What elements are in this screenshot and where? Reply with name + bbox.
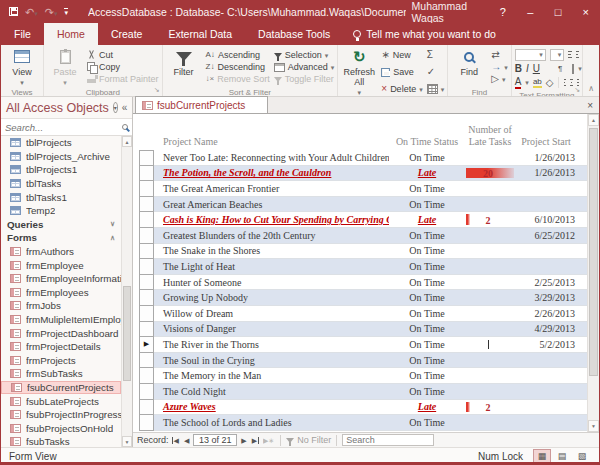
gridlines-icon[interactable] <box>572 64 574 74</box>
cell-on-time-status[interactable]: On Time <box>389 152 465 163</box>
previous-record-button[interactable]: ◀ <box>183 437 190 444</box>
cell-on-time-status[interactable]: On Time <box>389 370 465 381</box>
cell-project-start[interactable]: 5/2/2013 <box>515 339 577 350</box>
nav-item-form[interactable]: frmProjectDetails <box>1 340 121 354</box>
bullets-icon[interactable] <box>568 51 571 58</box>
align-center-icon[interactable] <box>570 79 572 86</box>
scroll-thumb[interactable] <box>589 128 598 376</box>
font-size-combo[interactable]: ▾ <box>550 49 564 61</box>
cell-project-name[interactable]: The Great American Frontier <box>161 183 389 194</box>
new-record-button[interactable]: ∗New <box>381 49 422 61</box>
close-document-button[interactable]: × <box>581 100 599 113</box>
cell-on-time-status[interactable]: On Time <box>389 183 465 194</box>
row-selector[interactable]: ▶ <box>139 337 154 353</box>
remove-sort-button[interactable]: ↓×Remove Sort <box>206 73 270 85</box>
cell-late-tasks[interactable] <box>465 353 515 368</box>
toggle-filter-button[interactable]: Toggle Filter <box>274 73 335 85</box>
cell-late-tasks[interactable] <box>465 368 515 383</box>
cell-late-tasks[interactable] <box>465 306 515 321</box>
cell-late-tasks[interactable]: 2 <box>465 400 515 415</box>
column-header-project-name[interactable]: Project Name <box>161 136 389 147</box>
cut-button[interactable]: Cut <box>87 49 159 61</box>
user-name[interactable]: Muhammad Waqas <box>412 0 481 24</box>
cell-late-tasks[interactable] <box>465 415 515 430</box>
cell-late-tasks[interactable] <box>465 244 515 259</box>
maximize-button[interactable]: □ <box>553 7 564 18</box>
row-selector[interactable]: ▶ <box>139 415 154 431</box>
row-selector[interactable]: ▶ <box>139 150 154 166</box>
italic-button[interactable]: I <box>526 63 529 74</box>
ribbon-tab[interactable]: External Data <box>155 23 245 45</box>
cell-late-tasks[interactable] <box>465 197 515 212</box>
cell-on-time-status[interactable]: On Time <box>389 230 465 241</box>
nav-group-queries[interactable]: Queries ∨ <box>1 218 121 232</box>
cell-on-time-status[interactable]: On Time <box>389 323 465 334</box>
row-selector[interactable]: ▶ <box>139 166 154 182</box>
nav-item-form[interactable]: frmEmployees <box>1 286 121 300</box>
cell-project-name[interactable]: The River in the Thorns <box>161 339 389 350</box>
column-header-project-start[interactable]: Project Start <box>515 136 577 147</box>
collapse-ribbon-button[interactable]: ∧ <box>583 84 599 96</box>
find-button[interactable]: Find <box>451 48 487 86</box>
advanced-button[interactable]: Advanced▾ <box>274 61 335 73</box>
cell-project-name[interactable]: Azure Waves <box>161 401 389 412</box>
bold-button[interactable]: B <box>515 63 522 74</box>
nav-item-form[interactable]: fsubLateProjects <box>1 394 121 408</box>
row-selector[interactable]: ▶ <box>139 275 154 291</box>
redo-button[interactable]: ↷▾ <box>45 7 58 18</box>
cell-project-start[interactable]: 3/29/2013 <box>515 292 577 303</box>
nav-scrollbar[interactable]: ▲ ▼ <box>121 136 132 447</box>
align-right-icon[interactable] <box>577 79 579 86</box>
cell-late-tasks[interactable]: 2 <box>465 212 515 227</box>
cell-project-start[interactable]: 6/25/2012 <box>515 230 577 241</box>
save-icon[interactable] <box>9 7 18 18</box>
nav-item-form[interactable]: frmSubTasks <box>1 367 121 381</box>
cell-on-time-status[interactable]: On Time <box>389 308 465 319</box>
cell-late-tasks[interactable]: 20 <box>465 166 515 181</box>
nav-item-table[interactable]: tblProjects <box>1 136 121 150</box>
nav-item-table[interactable]: tblProjects1 <box>1 163 121 177</box>
next-record-button[interactable]: ▶ <box>240 437 247 444</box>
nav-item-table[interactable]: Temp2 <box>1 204 121 218</box>
cell-project-name[interactable]: The School of Lords and Ladies <box>161 417 389 428</box>
scroll-down-icon[interactable]: ▼ <box>122 436 132 447</box>
cell-on-time-status[interactable]: On Time <box>389 292 465 303</box>
cell-on-time-status[interactable]: On Time <box>389 261 465 272</box>
cell-project-start[interactable]: 4/29/2013 <box>515 323 577 334</box>
record-search-input[interactable] <box>343 435 433 445</box>
cell-on-time-status[interactable]: On Time <box>389 339 465 350</box>
row-selector[interactable]: ▶ <box>139 400 154 416</box>
cell-project-name[interactable]: Great American Beaches <box>161 199 389 210</box>
customize-qat-button[interactable]: ▾ <box>64 8 68 16</box>
cell-late-tasks[interactable] <box>465 384 515 399</box>
paragraph-marks-icon[interactable]: ¶ <box>558 65 562 73</box>
nav-item-form[interactable]: fsubProjectInProgress <box>1 408 121 422</box>
cell-project-name[interactable]: Cash is King: How to Cut Your Spending b… <box>161 214 389 225</box>
align-left-icon[interactable] <box>564 79 566 86</box>
cell-on-time-status[interactable]: Late <box>389 214 465 225</box>
ribbon-tab[interactable]: Database Tools <box>245 23 343 45</box>
nav-item-form[interactable]: frmAuthors <box>1 245 121 259</box>
cell-project-name[interactable]: Never Too Late: Reconnecting with Your A… <box>161 152 389 163</box>
nav-item-form[interactable]: frmJobs <box>1 299 121 313</box>
cell-late-tasks[interactable] <box>465 228 515 243</box>
new-record-button[interactable]: ▶∗ <box>262 437 275 444</box>
cell-project-name[interactable]: Greatest Blunders of the 20th Century <box>161 230 389 241</box>
goto-button[interactable]: →▾ <box>491 61 508 73</box>
cell-late-tasks[interactable] <box>465 259 515 274</box>
cell-project-name[interactable]: The Cold Night <box>161 386 389 397</box>
cell-project-start[interactable]: 2/26/2013 <box>515 308 577 319</box>
datasheet-view-button[interactable]: ▤ <box>553 449 571 463</box>
copy-button[interactable]: Copy <box>87 61 159 73</box>
row-selector[interactable]: ▶ <box>139 322 154 338</box>
ribbon-tab[interactable]: Create <box>98 23 156 45</box>
nav-item-form[interactable]: fsubCurrentProjects <box>1 381 121 395</box>
no-filter-button[interactable]: No Filter <box>286 435 331 445</box>
cell-on-time-status[interactable]: On Time <box>389 355 465 366</box>
nav-item-form[interactable]: fsubProjectsOnHold <box>1 421 121 435</box>
scroll-thumb[interactable] <box>123 286 131 381</box>
totals-button[interactable]: Σ <box>427 49 445 61</box>
cell-on-time-status[interactable]: Late <box>389 401 465 412</box>
cell-project-name[interactable]: The Light of Heat <box>161 261 389 272</box>
row-selector[interactable]: ▶ <box>139 259 154 275</box>
